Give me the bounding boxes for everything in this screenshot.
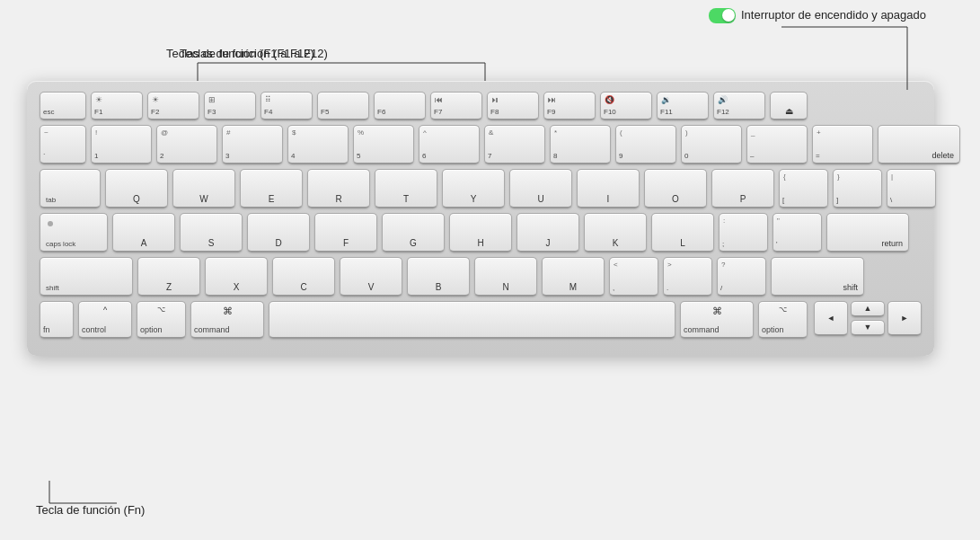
key-y[interactable]: Y bbox=[442, 169, 505, 208]
toggle-switch-icon bbox=[709, 8, 736, 23]
key-command-left[interactable]: ⌘ command bbox=[190, 301, 264, 339]
key-shift-right[interactable]: shift bbox=[771, 257, 864, 297]
key-f6[interactable]: F6 bbox=[374, 92, 426, 120]
key-p[interactable]: P bbox=[711, 169, 774, 208]
key-arrow-up[interactable]: ▲ bbox=[851, 301, 885, 317]
key-shift-left[interactable]: shift bbox=[40, 257, 133, 297]
key-x[interactable]: X bbox=[205, 257, 268, 297]
caps-key-row: caps lock A S D F G H J K L : ; " ' retu… bbox=[40, 213, 922, 252]
key-b[interactable]: B bbox=[407, 257, 470, 297]
key-return[interactable]: return bbox=[826, 213, 909, 252]
key-v[interactable]: V bbox=[340, 257, 402, 297]
key-slash[interactable]: ? / bbox=[717, 257, 766, 297]
function-keys-label-text: Teclas de función (F1 a F12) bbox=[180, 47, 328, 60]
fn-key-annotation: Tecla de función (Fn) bbox=[36, 503, 145, 517]
key-a[interactable]: A bbox=[112, 213, 175, 252]
key-d[interactable]: D bbox=[247, 213, 310, 252]
power-switch-label: Interruptor de encendido y apagado bbox=[741, 7, 926, 23]
key-spacebar[interactable] bbox=[269, 301, 675, 339]
key-quote[interactable]: " ' bbox=[773, 213, 822, 252]
key-fn[interactable]: fn bbox=[40, 301, 74, 339]
key-f8[interactable]: ⏯ F8 bbox=[487, 92, 539, 120]
shift-key-row: shift Z X C V B N M < , > . ? / shift bbox=[40, 257, 922, 297]
key-f9[interactable]: ⏭ F9 bbox=[543, 92, 596, 120]
key-f[interactable]: F bbox=[314, 213, 377, 252]
key-m[interactable]: M bbox=[542, 257, 605, 297]
caps-lock-indicator bbox=[48, 221, 53, 226]
key-eject[interactable]: ⏏ bbox=[770, 92, 808, 120]
key-option-right[interactable]: ⌥ option bbox=[758, 301, 808, 339]
key-j[interactable]: J bbox=[516, 213, 579, 252]
key-arrow-down[interactable]: ▼ bbox=[851, 320, 885, 336]
key-control[interactable]: ^ control bbox=[78, 301, 132, 339]
key-0[interactable]: ) 0 bbox=[681, 125, 742, 164]
key-comma[interactable]: < , bbox=[609, 257, 658, 297]
key-delete[interactable]: delete bbox=[878, 125, 960, 164]
key-g[interactable]: G bbox=[382, 213, 445, 252]
key-arrow-left[interactable]: ◄ bbox=[814, 301, 848, 336]
key-1[interactable]: ! 1 bbox=[91, 125, 152, 164]
key-q[interactable]: Q bbox=[105, 169, 168, 208]
key-f10[interactable]: 🔇 F10 bbox=[600, 92, 652, 120]
key-i[interactable]: I bbox=[577, 169, 640, 208]
function-key-row: esc ☀ F1 ☀ F2 ⊞ F3 ⠿ F4 F5 F6 ⏮ F7 ⏯ bbox=[40, 92, 922, 120]
key-5[interactable]: % 5 bbox=[353, 125, 414, 164]
key-u[interactable]: U bbox=[509, 169, 572, 208]
key-e[interactable]: E bbox=[240, 169, 303, 208]
key-f4[interactable]: ⠿ F4 bbox=[260, 92, 313, 120]
key-f5[interactable]: F5 bbox=[317, 92, 369, 120]
key-k[interactable]: K bbox=[584, 213, 647, 252]
key-r[interactable]: R bbox=[307, 169, 370, 208]
key-o[interactable]: O bbox=[644, 169, 707, 208]
key-left-bracket[interactable]: { [ bbox=[779, 169, 828, 208]
keyboard: esc ☀ F1 ☀ F2 ⊞ F3 ⠿ F4 F5 F6 ⏮ F7 ⏯ bbox=[27, 81, 934, 356]
key-equals[interactable]: + = bbox=[812, 125, 873, 164]
key-h[interactable]: H bbox=[449, 213, 512, 252]
power-switch-annotation: Interruptor de encendido y apagado bbox=[709, 7, 926, 23]
key-c[interactable]: C bbox=[272, 257, 335, 297]
key-3[interactable]: # 3 bbox=[222, 125, 283, 164]
key-f12[interactable]: 🔊 F12 bbox=[713, 92, 765, 120]
key-semicolon[interactable]: : ; bbox=[719, 213, 768, 252]
bottom-key-row: fn ^ control ⌥ option ⌘ command ⌘ comman… bbox=[40, 301, 922, 339]
key-esc-label: esc bbox=[43, 108, 54, 116]
key-arrow-right[interactable]: ► bbox=[887, 301, 922, 336]
key-f1[interactable]: ☀ F1 bbox=[91, 92, 143, 120]
key-6[interactable]: ^ 6 bbox=[419, 125, 480, 164]
tab-key-row: tab Q W E R T Y U I O P { [ } ] | \ bbox=[40, 169, 922, 208]
key-right-bracket[interactable]: } ] bbox=[833, 169, 882, 208]
key-n[interactable]: N bbox=[474, 257, 537, 297]
key-s[interactable]: S bbox=[180, 213, 243, 252]
number-key-row: ~ ` ! 1 @ 2 # 3 $ 4 % 5 ^ 6 & 7 bbox=[40, 125, 922, 164]
key-backtick[interactable]: ~ ` bbox=[40, 125, 86, 164]
key-caps-lock[interactable]: caps lock bbox=[40, 213, 108, 252]
key-z[interactable]: Z bbox=[137, 257, 200, 297]
key-2[interactable]: @ 2 bbox=[156, 125, 217, 164]
key-t[interactable]: T bbox=[375, 169, 437, 208]
key-f7[interactable]: ⏮ F7 bbox=[430, 92, 482, 120]
key-option-left[interactable]: ⌥ option bbox=[137, 301, 186, 339]
key-esc[interactable]: esc bbox=[40, 92, 86, 120]
key-7[interactable]: & 7 bbox=[484, 125, 545, 164]
key-9[interactable]: ( 9 bbox=[615, 125, 676, 164]
key-minus[interactable]: _ – bbox=[746, 125, 808, 164]
key-f11[interactable]: 🔉 F11 bbox=[657, 92, 709, 120]
key-f3[interactable]: ⊞ F3 bbox=[204, 92, 256, 120]
key-8[interactable]: * 8 bbox=[550, 125, 611, 164]
key-backslash[interactable]: | \ bbox=[887, 169, 936, 208]
key-f2[interactable]: ☀ F2 bbox=[147, 92, 199, 120]
key-tab[interactable]: tab bbox=[40, 169, 101, 208]
key-w[interactable]: W bbox=[172, 169, 235, 208]
key-l[interactable]: L bbox=[651, 213, 714, 252]
key-command-right[interactable]: ⌘ command bbox=[680, 301, 754, 339]
key-4[interactable]: $ 4 bbox=[287, 125, 349, 164]
key-period[interactable]: > . bbox=[663, 257, 712, 297]
arrow-cluster: ◄ ▲ ▼ ► bbox=[814, 301, 922, 339]
